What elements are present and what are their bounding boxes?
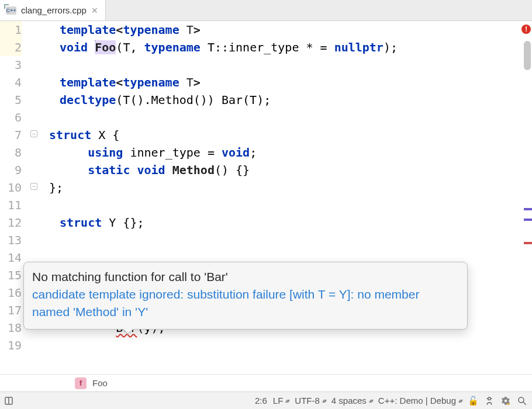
svg-line-2 <box>523 402 526 405</box>
search-icon[interactable] <box>517 396 527 406</box>
line-number: 7 <box>0 126 22 144</box>
error-indicator-icon[interactable]: ! <box>521 25 531 34</box>
code-line[interactable]: template<typename T> <box>60 21 532 39</box>
line-number: 3 <box>0 56 22 74</box>
file-tab[interactable]: C++ clang_errors.cpp ✕ <box>0 0 106 20</box>
code-line[interactable]: struct X { <box>49 126 532 144</box>
fold-handle-icon[interactable]: − <box>30 130 37 137</box>
close-tab-icon[interactable]: ✕ <box>91 6 98 15</box>
sync-settings-icon[interactable] <box>500 396 511 406</box>
lock-icon[interactable]: 🔓 <box>468 396 478 406</box>
cpp-file-icon: C++ <box>6 6 16 15</box>
tab-filename: clang_errors.cpp <box>21 5 87 15</box>
indent-selector[interactable]: 4 spaces▴▾ <box>331 396 372 405</box>
line-number: 11 <box>0 196 22 214</box>
error-stripe[interactable]: ! <box>523 21 532 374</box>
tooltip-detail: candidate template ignored: substitution… <box>32 286 459 321</box>
code-line[interactable] <box>60 337 532 354</box>
tooltip-title: No matching function for call to 'Bar' <box>32 268 459 286</box>
code-line[interactable]: }; <box>49 179 532 196</box>
line-number: 17 <box>0 301 22 319</box>
line-number: 9 <box>0 161 22 179</box>
line-number: 18 <box>0 319 22 337</box>
stripe-marker[interactable] <box>524 219 532 221</box>
status-bar: 2:6 LF▴▾ UTF-8▴▾ 4 spaces▴▾ C++: Demo | … <box>0 391 532 409</box>
stripe-marker[interactable] <box>524 208 532 210</box>
scrollbar-thumb[interactable] <box>524 41 531 70</box>
encoding-selector[interactable]: UTF-8▴▾ <box>295 396 326 405</box>
line-number: 13 <box>0 231 22 249</box>
stripe-marker[interactable] <box>524 242 532 244</box>
line-number: 4 <box>0 74 22 91</box>
caret-position[interactable]: 2:6 <box>255 396 267 405</box>
code-line[interactable]: decltype(T().Method()) Bar(T); <box>60 91 532 109</box>
tab-bar: C++ clang_errors.cpp ✕ <box>0 0 532 21</box>
line-number: 10 <box>0 179 22 196</box>
code-line[interactable] <box>60 56 532 74</box>
line-number: 14 <box>0 249 22 266</box>
line-number: 12 <box>0 214 22 231</box>
code-line[interactable]: static void Method() {} <box>60 161 532 179</box>
svg-point-1 <box>519 397 524 403</box>
line-separator-selector[interactable]: LF▴▾ <box>273 396 289 405</box>
line-number: 15 <box>0 266 22 284</box>
breadcrumb-name[interactable]: Foo <box>92 378 108 388</box>
fold-handle-icon[interactable]: − <box>30 183 37 190</box>
line-number: 5 <box>0 91 22 109</box>
line-number: 19 <box>0 337 22 354</box>
line-number: 6 <box>0 109 22 126</box>
svg-point-0 <box>488 397 491 400</box>
line-number: 2 <box>0 39 22 56</box>
code-line[interactable]: template<typename T> <box>60 74 532 91</box>
code-line[interactable]: using inner_type = void; <box>60 144 532 161</box>
panel-icon <box>5 397 13 405</box>
line-number: 16 <box>0 284 22 301</box>
code-line[interactable]: void Foo(T, typename T::inner_type * = n… <box>60 39 532 56</box>
code-line[interactable] <box>60 196 532 214</box>
code-line[interactable] <box>60 231 532 249</box>
line-number: 8 <box>0 144 22 161</box>
tooltip-tail-icon <box>122 329 134 335</box>
error-tooltip: No matching function for call to 'Bar' c… <box>23 262 468 330</box>
breadcrumb-bar: f Foo <box>0 374 532 391</box>
inspector-icon[interactable] <box>484 396 495 406</box>
code-line[interactable] <box>60 109 532 126</box>
run-config-selector[interactable]: C++: Demo | Debug▴▾ <box>378 396 462 405</box>
editor[interactable]: 1 2 3 4 5 6 7 8 9 10 11 12 13 14 15 16 1… <box>0 21 532 374</box>
function-badge-icon: f <box>75 377 87 389</box>
line-number: 1 <box>0 21 22 39</box>
code-line[interactable]: struct Y {}; <box>60 214 532 231</box>
toolwindow-toggle-button[interactable] <box>5 397 13 405</box>
